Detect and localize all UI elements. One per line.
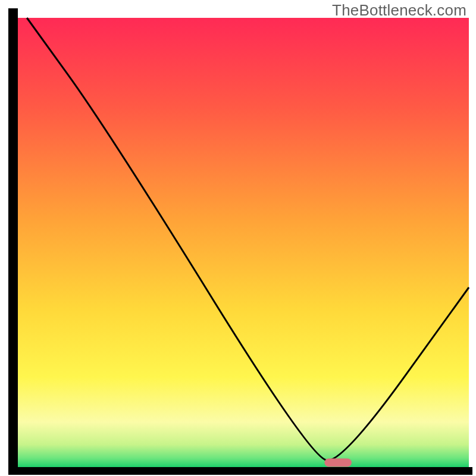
chart-canvas: TheBottleneck.com xyxy=(0,0,476,476)
watermark-text: TheBottleneck.com xyxy=(332,1,466,20)
chart-svg xyxy=(0,0,476,476)
plot-background xyxy=(18,18,469,467)
marker-pill xyxy=(324,459,352,467)
x-axis xyxy=(8,467,472,475)
y-axis xyxy=(8,8,18,472)
